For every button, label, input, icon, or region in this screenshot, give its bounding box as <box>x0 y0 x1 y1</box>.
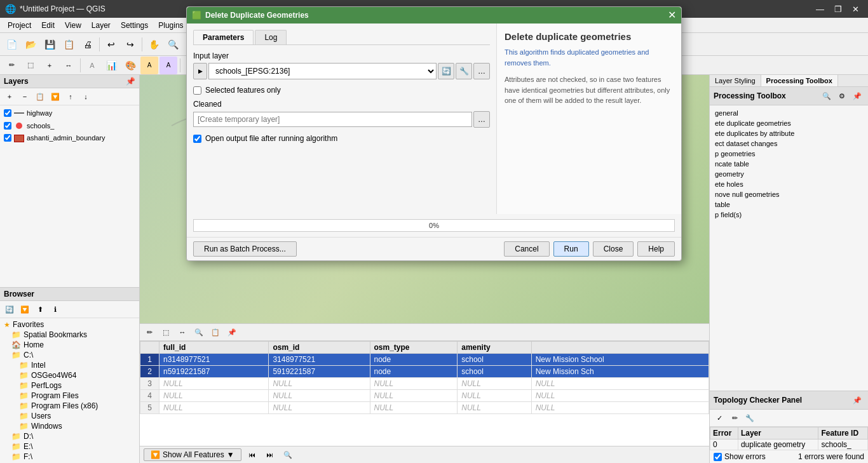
processing-settings-btn[interactable]: ⚙ <box>835 89 849 103</box>
browser-item-osgeo[interactable]: 📁 OSGeo4W64 <box>1 370 138 380</box>
col-amenity[interactable]: amenity <box>458 342 531 354</box>
open-output-checkbox[interactable] <box>193 135 201 143</box>
browser-item-favorites[interactable]: ★ Favorites <box>1 319 138 330</box>
run-batch-btn[interactable]: Run as Batch Process... <box>193 241 297 257</box>
add-feature-btn[interactable]: + <box>41 57 58 74</box>
attr-paste-btn[interactable]: 📌 <box>225 325 239 339</box>
attr-zoom-btn[interactable]: 🔍 <box>192 325 206 339</box>
input-layer-more-btn[interactable]: … <box>473 63 490 79</box>
table-row[interactable]: 3 NULL NULL NULL NULL NULL <box>140 378 709 390</box>
help-btn[interactable]: Help <box>637 241 675 257</box>
layer-item-schools[interactable]: schools_ <box>1 119 138 132</box>
zoom-selection-btn[interactable]: 🔍 <box>281 448 295 462</box>
browser-info-btn[interactable]: ℹ <box>48 302 62 316</box>
input-layer-expand-btn[interactable]: ▶ <box>193 63 207 79</box>
zoom-in-btn[interactable]: 🔍 <box>164 36 182 53</box>
cancel-btn[interactable]: Cancel <box>504 241 549 257</box>
browser-item-e[interactable]: 📁 E:\ <box>1 441 138 452</box>
cleaned-more-btn[interactable]: … <box>473 111 490 128</box>
browser-item-progfilesx86[interactable]: 📁 Program Files (x86) <box>1 401 138 411</box>
proc-item-delete-by-attr[interactable]: ete duplicates by attribute <box>712 128 865 138</box>
menu-layer[interactable]: Layer <box>86 20 116 31</box>
layer-boundary-checkbox[interactable] <box>4 134 11 142</box>
proc-item-geometry[interactable]: geometry <box>712 169 865 179</box>
label-btn[interactable]: A <box>83 57 101 74</box>
menu-edit[interactable]: Edit <box>36 20 60 31</box>
processing-search-btn[interactable]: 🔍 <box>820 89 834 103</box>
edit-btn[interactable]: ✏ <box>3 57 20 74</box>
browser-refresh-btn[interactable]: 🔄 <box>3 302 17 316</box>
scroll-end-btn[interactable]: ⏭ <box>263 448 277 462</box>
redo-btn[interactable]: ↪ <box>121 36 139 53</box>
topology-pin-btn[interactable]: 📌 <box>850 393 864 407</box>
col-osmtype[interactable]: osm_type <box>370 342 458 354</box>
close-btn[interactable]: ✕ <box>848 4 863 14</box>
table-row[interactable]: 5 NULL NULL NULL NULL NULL <box>140 402 709 414</box>
browser-item-f[interactable]: 📁 F:\ <box>1 452 138 462</box>
input-layer-select[interactable]: schools_[EPSG:2136] <box>208 63 437 79</box>
dialog-close-btn[interactable]: ✕ <box>668 10 676 20</box>
browser-item-spatial[interactable]: 📁 Spatial Bookmarks <box>1 330 138 340</box>
style-btn[interactable]: 🎨 <box>121 57 139 74</box>
open-project-btn[interactable]: 📂 <box>22 36 39 53</box>
browser-item-d[interactable]: 📁 D:\ <box>1 431 138 441</box>
browser-filter-btn[interactable]: 🔽 <box>18 302 32 316</box>
pan-btn[interactable]: ✋ <box>145 36 163 53</box>
col-osmid[interactable]: osm_id <box>269 342 370 354</box>
menu-plugins[interactable]: Plugins <box>153 20 188 31</box>
layer-highway-checkbox[interactable] <box>4 109 11 117</box>
diagram-btn[interactable]: 📊 <box>102 57 120 74</box>
attr-pan-btn[interactable]: ↔ <box>175 325 189 339</box>
browser-item-progfiles[interactable]: 📁 Program Files <box>1 391 138 401</box>
topology-edit-btn[interactable]: ✏ <box>728 411 742 425</box>
undo-btn[interactable]: ↩ <box>102 36 120 53</box>
show-errors-checkbox[interactable] <box>714 453 722 461</box>
cleaned-input[interactable] <box>193 112 472 127</box>
proc-item-delete-dup[interactable]: ete duplicate geometries <box>712 118 865 128</box>
processing-pin-btn[interactable]: 📌 <box>850 89 864 103</box>
table-row[interactable]: 4 NULL NULL NULL NULL NULL <box>140 390 709 402</box>
topology-settings-btn[interactable]: 🔧 <box>743 411 757 425</box>
scroll-to-start-btn[interactable]: ⏮ <box>245 448 259 462</box>
attr-edit-btn[interactable]: ✏ <box>142 325 156 339</box>
browser-item-c[interactable]: 📁 C:\ <box>1 350 138 360</box>
move-btn[interactable]: ↔ <box>60 57 78 74</box>
attr-copy-btn[interactable]: 📋 <box>208 325 222 339</box>
layer-item-boundary[interactable]: ashanti_admin_boundary <box>1 132 138 144</box>
print-btn[interactable]: 🖨 <box>79 36 97 53</box>
save-as-btn[interactable]: 📋 <box>60 36 78 53</box>
col-fullid[interactable]: full_id <box>159 342 269 354</box>
layer-item-highway[interactable]: highway <box>1 107 138 119</box>
select2-btn[interactable]: ⬚ <box>22 57 39 74</box>
run-btn[interactable]: Run <box>553 241 589 257</box>
minimize-btn[interactable]: — <box>812 4 828 14</box>
proc-item-general[interactable]: general <box>712 108 865 118</box>
browser-item-windows[interactable]: 📁 Windows <box>1 421 138 431</box>
layer-schools-checkbox[interactable] <box>4 122 11 130</box>
input-layer-refresh-btn[interactable]: 🔄 <box>438 63 454 79</box>
browser-item-perflogs[interactable]: 📁 PerfLogs <box>1 380 138 391</box>
topology-validate-btn[interactable]: ✓ <box>712 411 726 425</box>
browser-item-home[interactable]: 🏠 Home <box>1 340 138 350</box>
proc-item-detect-changes[interactable]: ect dataset changes <box>712 138 865 149</box>
browser-collapse-btn[interactable]: ⬆ <box>33 302 47 316</box>
browser-item-intel[interactable]: 📁 Intel <box>1 360 138 370</box>
menu-settings[interactable]: Settings <box>116 20 153 31</box>
menu-project[interactable]: Project <box>3 20 36 31</box>
move-up-btn[interactable]: ↑ <box>64 90 78 104</box>
tab-parameters[interactable]: Parameters <box>193 30 254 44</box>
label3-btn[interactable]: A <box>159 57 177 74</box>
proc-item-truncate[interactable]: ncate table <box>712 159 865 169</box>
new-project-btn[interactable]: 📄 <box>3 36 20 53</box>
tab-log[interactable]: Log <box>255 30 287 44</box>
remove-layer-btn[interactable]: − <box>18 90 32 104</box>
table-row[interactable]: 2 n5919221587 5919221587 node school New… <box>140 366 709 378</box>
proc-item-drop-field[interactable]: p field(s) <box>712 210 865 220</box>
close-btn[interactable]: Close <box>593 241 634 257</box>
show-features-btn[interactable]: 🔽 Show All Features ▼ <box>144 448 241 461</box>
menu-view[interactable]: View <box>60 20 86 31</box>
move-down-btn[interactable]: ↓ <box>79 90 93 104</box>
attr-select-btn[interactable]: ⬚ <box>159 325 173 339</box>
title-bar-controls[interactable]: — ❐ ✕ <box>812 4 863 14</box>
proc-item-table[interactable]: table <box>712 199 865 210</box>
